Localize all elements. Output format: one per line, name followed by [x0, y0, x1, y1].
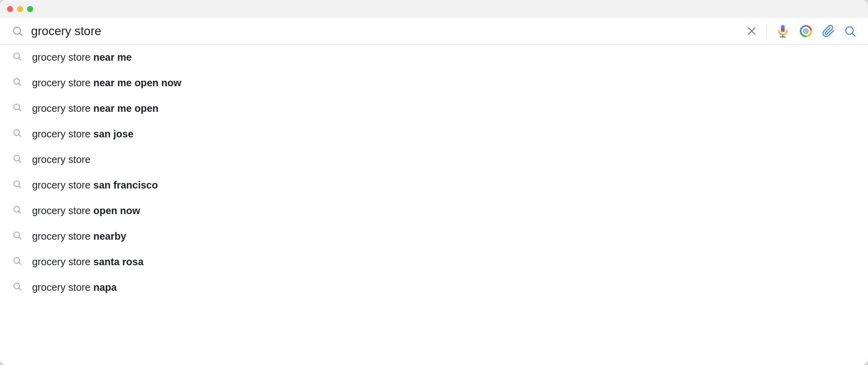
suggestion-text: grocery store open now — [32, 205, 140, 217]
suggestion-item[interactable]: grocery store santa rosa — [0, 249, 868, 275]
suggestion-text: grocery store santa rosa — [32, 256, 143, 268]
suggestion-item[interactable]: grocery store — [0, 147, 868, 172]
suggestion-text: grocery store napa — [32, 282, 117, 293]
search-icon — [12, 205, 22, 217]
suggestion-text: grocery store san francisco — [32, 179, 158, 191]
minimize-button[interactable] — [17, 6, 23, 12]
suggestion-item[interactable]: grocery store san jose — [0, 121, 868, 147]
svg-line-16 — [19, 83, 21, 85]
search-icon — [12, 154, 22, 165]
suggestion-text: grocery store near me open — [32, 103, 158, 114]
svg-line-12 — [852, 34, 855, 37]
suggestion-item[interactable]: grocery store open now — [0, 198, 868, 224]
suggestion-item[interactable]: grocery store napa — [0, 275, 868, 300]
attachment-icon[interactable] — [822, 25, 835, 38]
svg-point-10 — [805, 30, 807, 32]
suggestion-item[interactable]: grocery store near me open now — [0, 70, 868, 96]
search-icon — [12, 103, 22, 114]
svg-line-22 — [19, 160, 21, 162]
suggestion-text: grocery store near me open now — [32, 77, 181, 89]
svg-line-30 — [19, 262, 21, 264]
maximize-button[interactable] — [27, 6, 33, 12]
search-icon — [12, 128, 22, 140]
svg-line-24 — [19, 186, 21, 188]
suggestion-text: grocery store near me — [32, 52, 132, 63]
search-icon — [12, 179, 22, 191]
suggestion-item[interactable]: grocery store san francisco — [0, 172, 868, 198]
svg-line-20 — [19, 134, 21, 136]
microphone-icon[interactable] — [776, 24, 790, 38]
search-icon — [12, 256, 22, 268]
search-icon-left — [12, 26, 23, 37]
svg-rect-7 — [781, 25, 785, 28]
search-icon — [12, 231, 22, 242]
search-icon — [12, 52, 22, 63]
svg-line-26 — [19, 211, 21, 213]
suggestion-text: grocery store — [32, 154, 91, 165]
search-button-icon[interactable] — [844, 25, 856, 37]
search-icon — [12, 77, 22, 89]
suggestions-list: grocery store near me grocery store near… — [0, 45, 868, 365]
suggestion-item[interactable]: grocery store near me — [0, 45, 868, 70]
svg-line-18 — [19, 109, 21, 111]
suggestion-text: grocery store nearby — [32, 231, 126, 242]
close-button[interactable] — [7, 6, 13, 12]
title-bar — [0, 0, 868, 18]
search-bar — [0, 18, 868, 45]
suggestion-item[interactable]: grocery store nearby — [0, 224, 868, 249]
clear-icon[interactable] — [746, 26, 757, 37]
search-input[interactable] — [31, 24, 738, 38]
search-icon — [12, 282, 22, 293]
search-actions — [746, 24, 856, 38]
divider — [766, 24, 767, 38]
svg-line-1 — [20, 33, 22, 36]
svg-line-28 — [19, 237, 21, 239]
suggestion-text: grocery store san jose — [32, 128, 133, 140]
suggestion-item[interactable]: grocery store near me open — [0, 96, 868, 121]
svg-line-14 — [19, 58, 21, 60]
svg-rect-8 — [781, 29, 785, 32]
svg-line-32 — [19, 288, 21, 290]
lens-icon[interactable] — [799, 24, 813, 38]
browser-window: grocery store near me grocery store near… — [0, 0, 868, 365]
